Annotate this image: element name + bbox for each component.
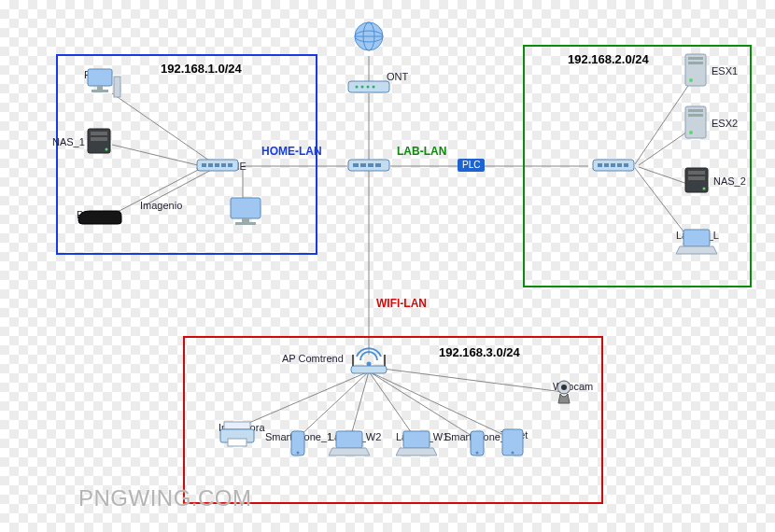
monitor-icon [228,196,263,228]
svg-rect-70 [683,230,710,246]
svg-rect-52 [91,132,107,135]
svg-rect-46 [624,163,628,167]
laptop-icon [396,429,437,457]
subnet-lab: 192.168.2.0/24 [568,52,649,66]
svg-rect-75 [224,422,250,429]
node-sp1: Smartphone_1 [289,429,332,442]
node-ps3: PS3 [77,207,96,220]
server-icon [683,52,708,88]
svg-rect-67 [688,171,705,175]
svg-point-69 [703,188,706,190]
svg-rect-40 [228,163,232,167]
label-nas2: NAS_2 [713,175,746,187]
svg-rect-36 [202,163,206,167]
svg-rect-33 [368,163,373,167]
svg-rect-48 [97,86,103,90]
zone-lab [523,45,752,287]
svg-rect-81 [403,431,430,448]
webcam-icon [553,379,575,405]
subnet-home: 192.168.1.0/24 [161,62,242,76]
laptop-icon [329,429,370,457]
svg-rect-31 [353,163,359,167]
server-icon [683,105,708,140]
node-ont: ONT [347,80,408,82]
svg-rect-64 [688,114,703,117]
node-laptop-w1: Laptop_W1 [396,429,448,442]
laptop-icon [676,228,717,256]
printer-icon [218,420,256,448]
svg-point-87 [561,385,567,390]
nas-icon [683,166,710,194]
svg-point-61 [689,78,693,82]
node-sw-home: SW HOME [196,159,247,172]
svg-rect-49 [92,90,108,92]
svg-rect-43 [604,163,609,167]
svg-rect-53 [91,137,107,141]
svg-rect-55 [231,198,261,218]
segment-lab: LAB-LAN [397,145,446,158]
plc-badge: PLC [458,159,485,172]
label-nas1: NAS_1 [52,136,85,147]
svg-rect-63 [688,109,703,112]
svg-rect-57 [235,222,256,225]
switch-icon [196,159,239,174]
svg-rect-42 [598,163,602,167]
svg-point-27 [361,86,364,89]
svg-rect-44 [611,163,615,167]
svg-point-65 [689,131,693,134]
svg-point-28 [367,86,370,89]
svg-rect-77 [228,439,247,446]
switch-icon [592,159,635,174]
node-sw-lab: SW LAB [592,159,631,172]
svg-rect-39 [221,163,226,167]
diagram-root: 192.168.1.0/24 192.168.2.0/24 192.168.3.… [0,0,775,532]
phone-icon [289,429,306,457]
segment-wifi: WIFI-LAN [376,297,427,310]
svg-rect-56 [242,218,249,222]
svg-rect-80 [336,431,362,448]
svg-rect-38 [215,163,219,167]
svg-point-26 [356,86,359,89]
node-pc1: PC1 [84,67,104,80]
node-tablet: Tablet [500,427,528,441]
svg-rect-68 [688,176,705,180]
tablet-icon [500,427,525,457]
node-laptop-l: Laptop_L [676,228,719,241]
globe-icon [353,21,385,52]
console-icon [77,207,123,226]
svg-rect-50 [114,77,120,97]
wifi-router-icon [347,343,390,375]
svg-rect-37 [208,163,213,167]
modem-icon [347,80,390,95]
desktop-icon [84,67,121,101]
subnet-wifi: 192.168.3.0/24 [439,345,520,359]
label-ap: AP Comtrend [282,353,344,364]
svg-point-29 [373,86,375,89]
svg-point-83 [476,452,479,455]
phone-icon [469,429,486,457]
router-icon [347,159,390,174]
segment-home: HOME-LAN [261,145,322,158]
svg-rect-59 [688,57,703,60]
nas-icon [86,127,112,155]
svg-rect-47 [88,69,112,86]
svg-rect-72 [351,366,387,373]
svg-point-54 [106,148,108,151]
svg-point-79 [297,452,300,455]
svg-rect-60 [688,62,703,64]
svg-rect-32 [360,163,366,167]
svg-point-85 [512,452,514,455]
node-laptop-w2: Laptop_W2 [329,429,381,442]
label-esx1: ESX1 [712,65,738,77]
node-impresora: Impresora [218,420,265,433]
label-imagenio: Imagenio [140,200,182,211]
node-webcam: Webcam [553,379,593,392]
svg-rect-45 [617,163,622,167]
label-esx2: ESX2 [712,118,738,129]
node-microtik: Microtik [347,159,383,172]
svg-rect-34 [375,163,381,167]
watermark: PNGWING.COM [78,485,252,511]
